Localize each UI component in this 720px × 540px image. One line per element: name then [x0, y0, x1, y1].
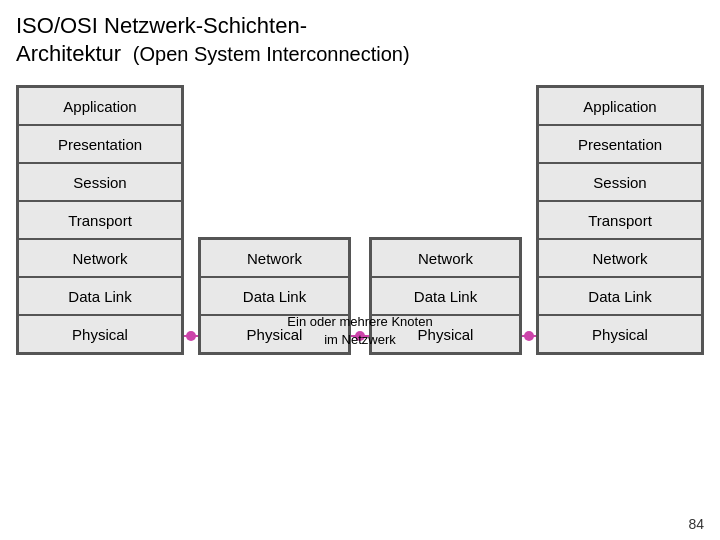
page: ISO/OSI Netzwerk-Schichten- Architektur …: [0, 0, 720, 363]
mid-stack-1: Network Data Link Physical: [198, 237, 351, 355]
connector-left: [184, 317, 198, 355]
right-physical: Physical: [538, 315, 702, 353]
osi-diagram: Application Presentation Session Transpo…: [16, 85, 704, 355]
mid1-datalink: Data Link: [200, 277, 349, 315]
connector-right: [522, 317, 536, 355]
left-presentation: Presentation: [18, 125, 182, 163]
left-transport: Transport: [18, 201, 182, 239]
mid-stack-2: Network Data Link Physical: [369, 237, 522, 355]
connector-center: [351, 317, 369, 355]
left-stack: Application Presentation Session Transpo…: [16, 85, 184, 355]
mid2-physical: Physical: [371, 315, 520, 353]
page-title: ISO/OSI Netzwerk-Schichten- Architektur …: [16, 12, 704, 67]
right-session: Session: [538, 163, 702, 201]
left-network: Network: [18, 239, 182, 277]
left-physical: Physical: [18, 315, 182, 353]
title-line1: ISO/OSI Netzwerk-Schichten-: [16, 13, 307, 38]
left-datalink: Data Link: [18, 277, 182, 315]
left-session: Session: [18, 163, 182, 201]
title-line2: Architektur: [16, 41, 121, 66]
page-number: 84: [688, 516, 704, 532]
right-network: Network: [538, 239, 702, 277]
mid2-datalink: Data Link: [371, 277, 520, 315]
right-presentation: Presentation: [538, 125, 702, 163]
mid1-network: Network: [200, 239, 349, 277]
right-datalink: Data Link: [538, 277, 702, 315]
right-transport: Transport: [538, 201, 702, 239]
mid2-network: Network: [371, 239, 520, 277]
right-stack: Application Presentation Session Transpo…: [536, 85, 704, 355]
mid1-physical: Physical: [200, 315, 349, 353]
right-application: Application: [538, 87, 702, 125]
middle-section: Ein oder mehrere Knoten im Netzwerk Netw…: [184, 237, 536, 355]
left-application: Application: [18, 87, 182, 125]
title-detail: (Open System Interconnection): [127, 43, 409, 65]
